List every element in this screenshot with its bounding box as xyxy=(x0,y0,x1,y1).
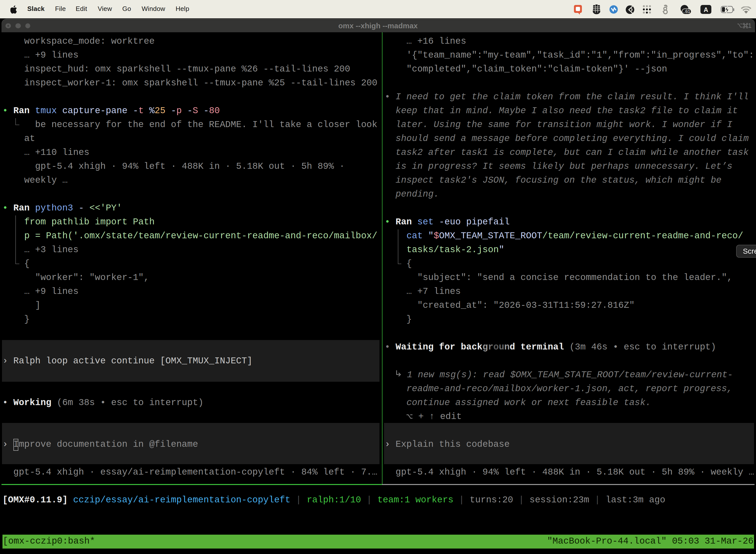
svg-text:A: A xyxy=(703,6,708,13)
svg-text:..61: ..61 xyxy=(683,9,690,14)
